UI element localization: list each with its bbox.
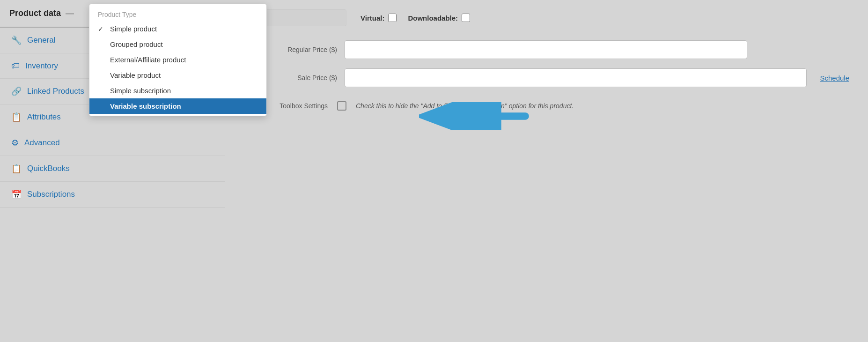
dropdown-label-variable: Variable product <box>110 71 161 79</box>
dropdown-label-external: External/Affiliate product <box>110 56 186 64</box>
downloadable-label[interactable]: Downloadable: <box>408 14 470 22</box>
product-type-dropdown[interactable]: Product Type ✓ Simple product Grouped pr… <box>89 4 267 116</box>
checkmark-external <box>98 56 105 64</box>
form-section: Regular Price ($) Sale Price ($) Schedul… <box>243 40 849 87</box>
dropdown-item-external[interactable]: External/Affiliate product <box>89 52 266 67</box>
top-bar: Virtual: Downloadable: <box>243 9 849 26</box>
regular-price-input[interactable] <box>345 40 747 59</box>
checkmark-variable <box>98 72 105 79</box>
link-icon: 🔗 <box>11 86 22 97</box>
product-data-dash: — <box>66 8 74 18</box>
sidebar: Product data — 🔧 General 🏷 Inventory 🔗 L… <box>0 0 225 342</box>
product-data-label: Product data <box>9 8 61 18</box>
virtual-checkbox[interactable] <box>388 14 397 22</box>
toolbox-row: Toolbox Settings Check this to hide the … <box>243 101 849 111</box>
checkmark-variable-sub <box>98 103 105 110</box>
downloadable-checkbox[interactable] <box>462 14 470 22</box>
main-container: Product data — 🔧 General 🏷 Inventory 🔗 L… <box>0 0 868 342</box>
sidebar-item-label-advanced: Advanced <box>24 138 60 148</box>
blue-arrow-icon <box>419 102 531 130</box>
tag-icon: 🏷 <box>11 61 20 71</box>
dropdown-label-variable-sub: Variable subscription <box>110 102 181 110</box>
sale-price-input[interactable] <box>345 68 807 87</box>
toolbox-checkbox[interactable] <box>337 101 346 111</box>
dropdown-item-grouped[interactable]: Grouped product <box>89 37 266 52</box>
dropdown-label-simple: Simple product <box>110 25 157 33</box>
dropdown-label-simple-sub: Simple subscription <box>110 87 171 95</box>
virtual-label[interactable]: Virtual: <box>360 14 397 22</box>
main-content: Virtual: Downloadable: Regular Price ($)… <box>225 0 868 342</box>
checkbox-group: Virtual: Downloadable: <box>360 14 470 22</box>
gear-icon: ⚙ <box>11 138 19 148</box>
dropdown-item-simple[interactable]: ✓ Simple product <box>89 21 266 37</box>
sidebar-item-label-general: General <box>27 36 55 45</box>
sidebar-item-subscriptions[interactable]: 📅 Subscriptions <box>0 182 225 208</box>
sidebar-item-label-inventory: Inventory <box>25 61 58 71</box>
schedule-link[interactable]: Schedule <box>820 74 849 82</box>
sale-price-row: Sale Price ($) Schedule <box>243 68 849 87</box>
dropdown-item-variable-subscription[interactable]: Variable subscription <box>89 98 266 114</box>
sidebar-item-label-linked: Linked Products <box>27 87 84 96</box>
sidebar-item-label-quickbooks: QuickBooks <box>27 164 70 173</box>
arrow-container <box>419 102 531 132</box>
sidebar-item-advanced[interactable]: ⚙ Advanced <box>0 130 225 156</box>
dropdown-item-variable[interactable]: Variable product <box>89 67 266 83</box>
checkmark-simple: ✓ <box>98 25 105 33</box>
downloadable-text: Downloadable: <box>408 14 458 22</box>
dropdown-label-grouped: Grouped product <box>110 40 163 48</box>
wrench-icon: 🔧 <box>11 35 22 45</box>
calendar-icon: 📅 <box>11 189 22 200</box>
table-icon-attributes: 📋 <box>11 112 22 122</box>
dropdown-item-simple-subscription[interactable]: Simple subscription <box>89 83 266 98</box>
virtual-text: Virtual: <box>360 14 384 22</box>
sidebar-item-label-subscriptions: Subscriptions <box>27 190 75 199</box>
sidebar-item-label-attributes: Attributes <box>27 112 61 122</box>
table-icon-quickbooks: 📋 <box>11 164 22 174</box>
checkmark-grouped <box>98 41 105 48</box>
regular-price-row: Regular Price ($) <box>243 40 849 59</box>
checkmark-simple-sub <box>98 87 105 95</box>
dropdown-header: Product Type <box>89 6 266 21</box>
sidebar-item-quickbooks[interactable]: 📋 QuickBooks <box>0 156 225 182</box>
